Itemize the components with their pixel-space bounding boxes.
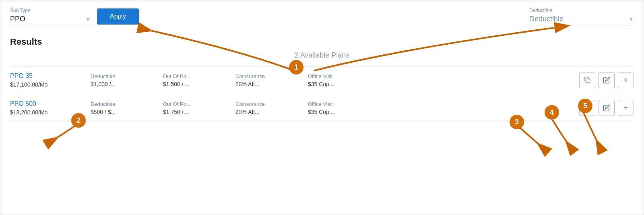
results-title: Results — [10, 37, 634, 47]
plan-detail-oop: Out Of Po... $1,500 /... — [163, 73, 235, 87]
plan-detail-office: Office Visit $35 Cop... — [308, 101, 380, 115]
plan-price: $18,200.00/Mo — [10, 109, 91, 116]
deductible-value: Deductible — [529, 15, 625, 23]
edit-button[interactable] — [599, 72, 615, 88]
deductible-label: Deductible — [529, 8, 634, 13]
detail-label-office: Office Visit — [308, 73, 380, 79]
subtype-dropdown-icon: ▼ — [85, 16, 91, 23]
plan-detail-deductible: Deductible $1,000 /... — [91, 73, 163, 87]
plan-name-col: PPO 35 $17,100.00/Mo — [10, 72, 91, 88]
detail-label-deductible: Deductible — [91, 73, 163, 79]
detail-value-office: $35 Cop... — [308, 81, 380, 87]
subtype-label: Sub Type — [10, 8, 91, 13]
detail-label-oop: Out Of Po... — [163, 101, 235, 107]
detail-value-deductible: $1,000 /... — [91, 81, 163, 87]
detail-value-coins: 20% Aft... — [235, 109, 308, 115]
plan-name-link[interactable]: PPO 500 — [10, 100, 91, 108]
detail-label-coins: Coinsurance — [235, 101, 308, 107]
plan-detail-office: Office Visit $35 Cop... — [308, 73, 380, 87]
plan-detail-coins: Coinsurance 20% Aft... — [235, 73, 308, 87]
plan-detail-coins: Coinsurance 20% Aft... — [235, 101, 308, 115]
detail-value-oop: $1,750 /... — [163, 109, 235, 115]
apply-button[interactable]: Apply — [97, 8, 139, 25]
deductible-filter-group: Deductible Deductible ▼ — [529, 8, 634, 25]
deductible-select[interactable]: Deductible ▼ — [529, 15, 634, 25]
table-row: PPO 500 $18,200.00/Mo Deductible $500 / … — [10, 94, 634, 122]
svg-rect-1 — [586, 107, 590, 111]
plan-detail-oop: Out Of Po... $1,750 /... — [163, 101, 235, 115]
subtype-value: PPO — [10, 15, 82, 23]
detail-value-deductible: $500 / $... — [91, 109, 163, 115]
copy-button[interactable] — [579, 100, 595, 116]
edit-button[interactable] — [599, 100, 615, 116]
detail-label-office: Office Visit — [308, 101, 380, 107]
plan-price: $17,100.00/Mo — [10, 81, 91, 88]
filter-row: Sub Type PPO ▼ Apply Deductible Deductib… — [10, 8, 634, 25]
table-row: PPO 35 $17,100.00/Mo Deductible $1,000 /… — [10, 66, 634, 94]
results-section: Results 2 Available Plans PPO 35 $17,100… — [10, 37, 634, 122]
add-button[interactable]: + — [618, 72, 634, 88]
detail-value-coins: 20% Aft... — [235, 81, 308, 87]
plan-actions: + — [579, 100, 634, 116]
add-button[interactable]: + — [618, 100, 634, 116]
plan-actions: + — [579, 72, 634, 88]
plan-name-col: PPO 500 $18,200.00/Mo — [10, 100, 91, 116]
detail-value-office: $35 Cop... — [308, 109, 380, 115]
page-wrapper: Sub Type PPO ▼ Apply Deductible Deductib… — [0, 0, 644, 215]
svg-rect-0 — [586, 79, 590, 83]
detail-value-oop: $1,500 /... — [163, 81, 235, 87]
detail-label-coins: Coinsurance — [235, 73, 308, 79]
subtype-select[interactable]: PPO ▼ — [10, 15, 91, 25]
subtype-filter-group: Sub Type PPO ▼ — [10, 8, 91, 25]
detail-label-oop: Out Of Po... — [163, 73, 235, 79]
detail-label-deductible: Deductible — [91, 101, 163, 107]
plan-name-link[interactable]: PPO 35 — [10, 72, 91, 80]
deductible-dropdown-icon: ▼ — [628, 16, 634, 23]
plan-detail-deductible: Deductible $500 / $... — [91, 101, 163, 115]
copy-button[interactable] — [579, 72, 595, 88]
available-plans-label: 2 Available Plans — [10, 51, 634, 60]
